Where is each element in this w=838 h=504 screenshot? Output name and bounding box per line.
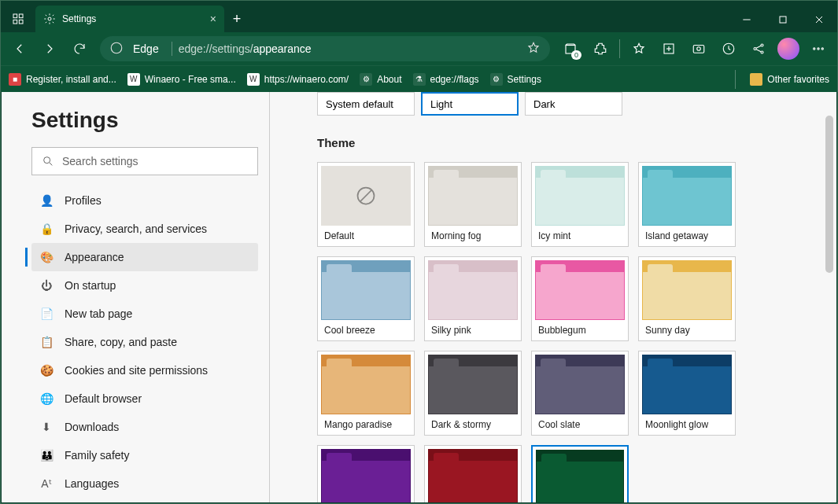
svg-point-23	[818, 48, 819, 50]
theme-preview	[321, 260, 411, 320]
theme-card-silky-pink[interactable]: Silky pink	[424, 256, 522, 341]
theme-card-moonlight-glow[interactable]: Moonlight glow	[638, 351, 736, 436]
nav-item-appearance[interactable]: 🎨Appearance	[31, 243, 258, 271]
favorites-bar: ■Register, install and... WWinaero - Fre…	[1, 65, 837, 92]
forward-button[interactable]	[35, 35, 64, 63]
extensions-button[interactable]	[586, 35, 615, 63]
nav-item-new-tab-page[interactable]: 📄New tab page	[31, 300, 258, 328]
favorite-item[interactable]: ⚙Settings	[490, 73, 541, 86]
theme-card-mango-paradise[interactable]: Mango paradise	[317, 351, 415, 436]
nav-item-profiles[interactable]: 👤Profiles	[31, 186, 258, 215]
theme-preview	[321, 166, 411, 226]
nav-item-languages[interactable]: AᵗLanguages	[31, 469, 258, 498]
prohibit-icon	[355, 185, 377, 207]
favorite-item[interactable]: ⚗edge://flags	[413, 73, 479, 86]
content: Settings Search settings 👤Profiles🔒Priva…	[2, 92, 836, 502]
menu-button[interactable]	[804, 35, 832, 63]
nav-label: Family safety	[65, 449, 129, 462]
svg-point-25	[44, 157, 50, 164]
nav-label: Share, copy, and paste	[65, 336, 177, 348]
theme-preview	[428, 166, 518, 226]
theme-preview	[321, 449, 411, 502]
theme-card-cool-slate[interactable]: Cool slate	[531, 351, 629, 436]
mode-card-dark[interactable]: Dark	[525, 92, 622, 116]
nav-item-cookies-and-site-permissions[interactable]: 🍪Cookies and site permissions	[31, 356, 258, 384]
collections-button[interactable]	[655, 35, 683, 63]
profile-button[interactable]	[774, 35, 803, 63]
edge-logo-icon	[109, 41, 124, 57]
theme-label: Island getaway	[639, 226, 735, 246]
theme-card-island-getaway[interactable]: Island getaway	[638, 162, 736, 247]
flask-icon: ⚗	[413, 73, 426, 86]
theme-card-icy-mint[interactable]: Icy mint	[531, 162, 629, 247]
nav-label: Privacy, search, and services	[65, 223, 207, 235]
address-bar[interactable]: Edge edge://settings/appearance	[100, 36, 550, 61]
nav-item-on-startup[interactable]: ⏻On startup	[31, 271, 258, 300]
nav-icon: 📄	[39, 307, 54, 320]
back-button[interactable]	[6, 35, 34, 63]
window-controls	[729, 7, 837, 32]
theme-card-morning-fog[interactable]: Morning fog	[424, 162, 522, 247]
theme-card[interactable]	[317, 445, 415, 502]
theme-card-cool-breeze[interactable]: Cool breeze	[317, 256, 415, 341]
minimize-button[interactable]	[729, 7, 765, 32]
share-button[interactable]	[744, 35, 773, 63]
nav-icon: Aᵗ	[39, 477, 54, 490]
nav-item-share-copy-and-paste[interactable]: 📋Share, copy, and paste	[31, 328, 258, 356]
theme-card[interactable]	[424, 445, 522, 502]
theme-label: Default	[318, 226, 414, 246]
avatar	[777, 38, 799, 60]
browser-tab[interactable]: Settings ×	[35, 6, 224, 32]
nav-item-downloads[interactable]: ⬇Downloads	[31, 413, 258, 441]
screenshot-button[interactable]	[685, 35, 713, 63]
svg-rect-14	[693, 46, 704, 53]
gear-icon: ⚙	[360, 73, 372, 86]
nav-icon: ⬇	[39, 421, 54, 433]
titlebar: Settings × +	[1, 1, 837, 32]
svg-rect-1	[19, 14, 23, 18]
tab-title: Settings	[62, 13, 204, 24]
mode-card-light[interactable]: Light	[421, 92, 519, 116]
maximize-button[interactable]	[765, 7, 801, 32]
svg-point-24	[821, 48, 823, 50]
theme-card[interactable]	[531, 445, 629, 502]
app-menu-button[interactable]	[4, 6, 32, 32]
url-text: edge://settings/appearance	[179, 42, 520, 55]
favorite-item[interactable]: Whttps://winaero.com/	[247, 73, 349, 86]
shopping-button[interactable]: 0	[556, 35, 585, 63]
search-input[interactable]: Search settings	[31, 147, 258, 175]
close-tab-icon[interactable]: ×	[210, 13, 216, 25]
favorite-item[interactable]: ⚙About	[360, 73, 401, 86]
svg-point-17	[754, 48, 756, 50]
svg-rect-0	[13, 14, 17, 18]
toolbar: Edge edge://settings/appearance 0	[1, 32, 837, 65]
nav-item-printers[interactable]: 🖨Printers	[31, 498, 258, 502]
theme-preview	[535, 355, 625, 414]
history-button[interactable]	[714, 35, 743, 63]
favorite-item[interactable]: ■Register, install and...	[9, 73, 116, 86]
new-tab-button[interactable]: +	[224, 6, 249, 32]
theme-card-dark-stormy[interactable]: Dark & stormy	[424, 351, 522, 436]
theme-card-sunny-day[interactable]: Sunny day	[638, 256, 736, 341]
favorites-button[interactable]	[625, 35, 653, 63]
nav-icon: 👪	[39, 449, 54, 462]
nav-item-default-browser[interactable]: 🌐Default browser	[31, 384, 258, 413]
nav-item-family-safety[interactable]: 👪Family safety	[31, 441, 258, 469]
theme-card-default[interactable]: Default	[317, 162, 415, 247]
nav-item-privacy-search-and-services[interactable]: 🔒Privacy, search, and services	[31, 215, 258, 243]
svg-point-15	[697, 47, 701, 51]
close-window-button[interactable]	[801, 7, 837, 32]
page-title: Settings	[31, 108, 258, 133]
theme-label: Bubblegum	[532, 320, 628, 340]
nav-label: Cookies and site permissions	[65, 364, 208, 377]
favorite-item[interactable]: WWinaero - Free sma...	[127, 73, 236, 86]
favorite-star-icon[interactable]	[526, 41, 541, 57]
refresh-button[interactable]	[65, 35, 94, 63]
theme-label: Moonlight glow	[639, 414, 735, 435]
scrollbar[interactable]	[825, 116, 833, 273]
theme-preview	[535, 260, 625, 320]
theme-preview	[321, 355, 411, 414]
other-favorites-button[interactable]: Other favorites	[750, 73, 829, 86]
mode-card-system-default[interactable]: System default	[317, 92, 415, 116]
theme-card-bubblegum[interactable]: Bubblegum	[531, 256, 629, 341]
